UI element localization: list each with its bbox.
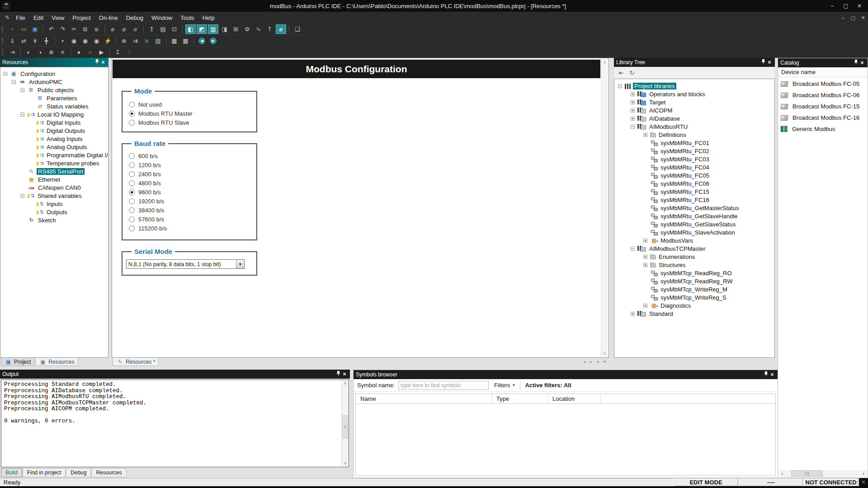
expander-plus-icon[interactable]: + [631,92,635,96]
resource-item-digital-inputs[interactable]: Digital Inputs [0,118,108,127]
symbol-name-input[interactable] [398,381,489,390]
library-item-sysmbmrtu-getmasterstatus[interactable]: sysMbMRtu_GetMasterStatus [614,204,774,212]
close-icon[interactable]: × [859,60,865,66]
library-item-sysmbmrtu-fc05[interactable]: sysMbMRtu_FC05 [614,171,774,179]
resource-item-parameters[interactable]: Parameters [0,94,108,102]
resource-item-local-io-mapping[interactable]: −Local IO Mapping [0,110,108,118]
toggle-operators-icon[interactable]: ⊞ [231,24,241,34]
doc-window-icon[interactable]: ▤ [153,36,163,46]
baud-option-9600-b-s[interactable]: 9600 b/s [123,188,256,197]
online-reset-icon[interactable]: ⊗ [46,47,57,57]
scroll-down-icon[interactable]: ∨ [342,460,349,467]
baud-option-600-b-s[interactable]: 600 b/s [123,151,256,160]
library-item-sysmbmtcp-readreg-ro[interactable]: sysMbMTcp_ReadReg_RO [614,269,774,277]
paste-icon[interactable]: ⧈ [91,24,102,34]
tab-scroll-left-icon[interactable]: ◂ [581,359,588,364]
grid-options-icon[interactable]: ▦ [180,36,191,46]
toggle-library-tree-icon[interactable]: ▥ [208,24,218,34]
run-icon[interactable]: ▶ [96,47,107,57]
expander-plus-icon[interactable]: + [631,117,635,121]
menu-on-line[interactable]: On-line [95,13,122,23]
library-item-aimodbusrtu[interactable]: −AIModbusRTU [614,122,774,131]
catalog-horizontal-scrollbar[interactable]: ‹ › [778,470,867,477]
scroll-right-icon[interactable]: › [860,471,867,476]
tab-list-icon[interactable]: ▾ [594,359,601,364]
run-mode-3-icon[interactable]: ◉ [91,36,102,46]
toggle-watch-icon[interactable]: ◨ [219,24,230,34]
expander-minus-icon[interactable]: − [20,113,24,117]
find-next-icon[interactable]: ⌀ [119,24,129,34]
catalog-item-broadcast-modbus-fc-05[interactable]: Broadcast Modbus FC-05 [778,78,868,89]
baud-option-1200-b-s[interactable]: 1200 b/s [123,160,256,169]
navigate-forward-icon[interactable]: ▶ [208,36,218,46]
catalog-item-broadcast-modbus-fc-16[interactable]: Broadcast Modbus FC-16 [778,112,868,123]
toggle-text-view-icon[interactable]: T [264,24,275,34]
online-run-icon[interactable]: ◐ [24,47,34,57]
halt-icon[interactable]: ● [74,47,84,57]
baud-option-19200-b-s[interactable]: 19200 b/s [123,197,256,206]
library-item-enumerations[interactable]: +Enumerations [614,253,774,261]
toggle-output-icon[interactable]: ◩ [197,24,207,34]
resource-item-public-objects[interactable]: −Public objects [0,86,108,94]
toolbar-grip[interactable] [2,48,5,56]
library-item-sysmbmtcp-readreg-rw[interactable]: sysMbMTcp_ReadReg_RW [614,277,774,285]
run-mode-2-icon[interactable]: ◉ [80,36,90,46]
expander-plus-icon[interactable]: + [643,263,647,267]
catalog-item-generic-modbus[interactable]: Generic Modbus [778,123,868,135]
resource-item-temperature-probes[interactable]: Temperature probes [0,159,108,167]
pin-icon[interactable] [94,59,100,66]
print-preview-icon[interactable]: ⊡ [169,24,179,34]
pointer-tool-icon[interactable]: ╋ [41,36,52,46]
column-header-location[interactable]: Location [548,394,601,404]
column-header-name[interactable]: Name [356,394,492,404]
new-project-icon[interactable]: ▫ [7,24,18,34]
library-item-project-libraries[interactable]: −Project libraries [614,82,774,90]
document-minimize-icon[interactable]: – [838,15,848,20]
resource-item-rs485-serialport[interactable]: RS485 SerialPort [0,167,108,175]
resource-item-inputs[interactable]: Inputs [0,200,108,208]
library-item-sysmbmtcp-writereg-m[interactable]: sysMbMTcp_WriteReg_M [614,285,774,293]
baud-option-4800-b-s[interactable]: 4800 b/s [123,178,256,188]
document-close-icon[interactable]: ✕ [858,15,868,21]
import-library-icon[interactable]: ⇤ [616,68,627,77]
toggle-workspace-icon[interactable]: ◧ [185,24,196,34]
library-item-sysmbmrtu-fc02[interactable]: sysMbMRtu_FC02 [614,147,774,155]
close-icon[interactable]: × [100,59,106,66]
library-item-definitions[interactable]: +Definitions [614,131,774,139]
undo-icon[interactable]: ↶ [46,24,57,34]
scrollbar-thumb[interactable]: ≡ [342,415,348,439]
mode-option-modbus-rtu-slave[interactable]: Modbus RTU Slave [123,118,256,127]
menu-debug[interactable]: Debug [122,13,147,23]
find-in-project-icon[interactable]: ⌀ [130,24,141,34]
library-item-aicopm[interactable]: +AICOPM [614,106,774,114]
workspace-tab-resources[interactable]: Resources [35,358,78,366]
expander-minus-icon[interactable]: − [3,72,7,76]
column-header-type[interactable]: Type [492,394,548,404]
library-item-sysmbmrtu-fc16[interactable]: sysMbMRtu_FC16 [614,196,774,204]
tab-close-icon[interactable]: × [601,359,608,364]
web-monitor-icon[interactable]: ⊕ [119,36,129,46]
resource-item-programmable-digital-i-o[interactable]: Programmable Digital I/O [0,151,108,159]
breakpoint-icon[interactable]: ▪ [57,36,68,46]
toolbar-grip[interactable] [2,37,5,44]
library-item-diagnostics[interactable]: +Diagnostics [614,301,774,310]
resource-item-outputs[interactable]: Outputs [0,208,108,216]
expander-minus-icon[interactable]: − [12,80,16,84]
quick-compile-icon[interactable]: ⚡ [103,36,113,46]
copy-icon[interactable]: ⧉ [80,24,90,34]
find-icon[interactable]: ⌀ [108,24,118,34]
scroll-left-icon[interactable]: ‹ [778,471,786,476]
expander-minus-icon[interactable]: − [631,247,635,251]
expander-plus-icon[interactable]: + [643,239,647,243]
editor-scrollbar[interactable]: ∧ ∨ [601,59,608,357]
maximize-icon[interactable]: ▢ [839,1,853,10]
resource-item-status-variables[interactable]: Status variables [0,102,108,110]
resource-item-sketch[interactable]: Sketch [0,216,108,224]
add-object-icon[interactable]: ↥ [146,24,157,34]
live-debug-icon[interactable]: ≋ [142,36,152,46]
library-item-sysmbmrtu-getslavehandle[interactable]: sysMbMRtu_GetSlaveHandle [614,212,774,220]
workspace-tab-project[interactable]: Project [1,358,34,366]
menu-edit[interactable]: Edit [29,13,47,23]
expander-minus-icon[interactable]: − [618,84,622,88]
output-tab-find-in-project[interactable]: Find in project [23,468,66,477]
